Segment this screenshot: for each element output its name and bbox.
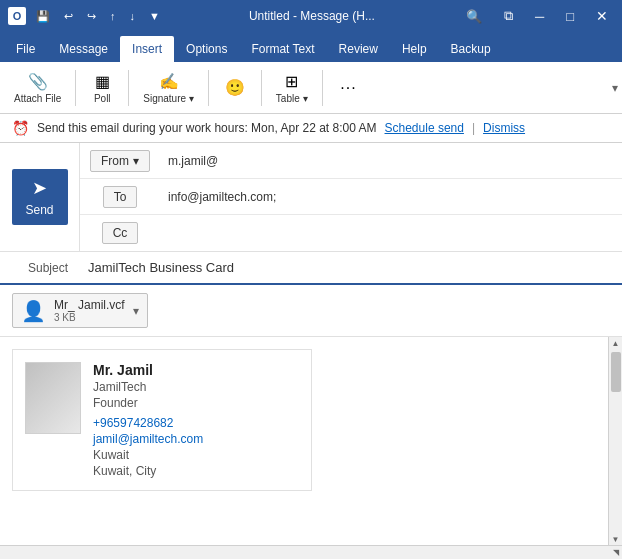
cc-button[interactable]: Cc bbox=[102, 222, 139, 244]
minimize-btn[interactable]: ─ bbox=[529, 7, 550, 26]
contact-company: JamilTech bbox=[93, 380, 203, 394]
contact-name: Mr. Jamil bbox=[93, 362, 203, 378]
app-icon: O bbox=[8, 7, 26, 25]
attachment-file-icon: 👤 bbox=[21, 299, 46, 323]
contact-avatar bbox=[25, 362, 81, 434]
scroll-down-arrow[interactable]: ▼ bbox=[610, 533, 622, 545]
title-bar-right: 🔍 ⧉ ─ □ ✕ bbox=[460, 6, 614, 26]
cc-value[interactable] bbox=[160, 229, 622, 237]
emoji-button[interactable]: 🙂 bbox=[217, 74, 253, 101]
from-button[interactable]: From ▾ bbox=[90, 150, 150, 172]
attachment-area: 👤 Mr_ Jamil.vcf 3 KB ▾ bbox=[0, 285, 622, 337]
to-row: To info@jamiltech.com; bbox=[80, 179, 622, 215]
notification-icon: ⏰ bbox=[12, 120, 29, 136]
cc-btn-container: Cc bbox=[80, 222, 160, 244]
ribbon-separator-4 bbox=[261, 70, 262, 106]
poll-label: Poll bbox=[94, 93, 111, 104]
ribbon-tab-bar: File Message Insert Options Format Text … bbox=[0, 32, 622, 62]
subject-label: Subject bbox=[0, 261, 80, 275]
from-value[interactable]: m.jamil@ bbox=[160, 150, 622, 172]
restore-down-btn[interactable]: ⧉ bbox=[498, 6, 519, 26]
contact-country: Kuwait bbox=[93, 448, 203, 462]
undo-qat-btn[interactable]: ↩ bbox=[60, 8, 77, 25]
tab-insert[interactable]: Insert bbox=[120, 36, 174, 62]
attachment-name: Mr_ Jamil.vcf bbox=[54, 298, 125, 312]
dismiss-link[interactable]: Dismiss bbox=[483, 121, 525, 135]
attach-file-button[interactable]: 📎 Attach File bbox=[8, 68, 67, 108]
cc-row: Cc bbox=[80, 215, 622, 251]
table-button[interactable]: ⊞ Table ▾ bbox=[270, 68, 314, 108]
to-label: To bbox=[114, 190, 127, 204]
attachment-size: 3 KB bbox=[54, 312, 125, 323]
to-value[interactable]: info@jamiltech.com; bbox=[160, 186, 622, 208]
ribbon-separator-5 bbox=[322, 70, 323, 106]
ribbon-separator-1 bbox=[75, 70, 76, 106]
more-icon: ··· bbox=[340, 79, 356, 97]
tab-options[interactable]: Options bbox=[174, 36, 239, 62]
to-btn-container: To bbox=[80, 186, 160, 208]
contact-title: Founder bbox=[93, 396, 203, 410]
header-section: ➤ Send From ▾ m.jamil@ bbox=[0, 143, 622, 252]
emoji-icon: 🙂 bbox=[225, 78, 245, 97]
tab-message[interactable]: Message bbox=[47, 36, 120, 62]
tab-format-text[interactable]: Format Text bbox=[239, 36, 326, 62]
up-qat-btn[interactable]: ↑ bbox=[106, 8, 120, 24]
send-button[interactable]: ➤ Send bbox=[12, 169, 68, 225]
tab-backup[interactable]: Backup bbox=[439, 36, 503, 62]
poll-button[interactable]: ▦ Poll bbox=[84, 68, 120, 108]
attach-file-label: Attach File bbox=[14, 93, 61, 104]
redo-qat-btn[interactable]: ↪ bbox=[83, 8, 100, 25]
scrollbar[interactable]: ▲ ▼ bbox=[608, 337, 622, 545]
scroll-thumb[interactable] bbox=[611, 352, 621, 392]
scroll-track bbox=[609, 349, 622, 533]
subject-value[interactable]: JamilTech Business Card bbox=[80, 256, 622, 279]
body-container: Mr. Jamil JamilTech Founder +96597428682… bbox=[0, 337, 622, 545]
signature-icon: ✍ bbox=[159, 72, 179, 91]
attachment-chip[interactable]: 👤 Mr_ Jamil.vcf 3 KB ▾ bbox=[12, 293, 148, 328]
compose-area: ➤ Send From ▾ m.jamil@ bbox=[0, 143, 622, 559]
subject-row: Subject JamilTech Business Card bbox=[0, 252, 622, 285]
down-qat-btn[interactable]: ↓ bbox=[126, 8, 140, 24]
email-body[interactable]: Mr. Jamil JamilTech Founder +96597428682… bbox=[0, 337, 608, 545]
scroll-corner: ◥ bbox=[610, 547, 622, 559]
close-btn[interactable]: ✕ bbox=[590, 6, 614, 26]
tab-help[interactable]: Help bbox=[390, 36, 439, 62]
maximize-btn[interactable]: □ bbox=[560, 7, 580, 26]
more-button[interactable]: ··· bbox=[331, 75, 367, 101]
table-icon: ⊞ bbox=[285, 72, 298, 91]
contact-card: Mr. Jamil JamilTech Founder +96597428682… bbox=[12, 349, 312, 491]
from-label: From bbox=[101, 154, 129, 168]
notification-text: Send this email during your work hours: … bbox=[37, 121, 377, 135]
search-titlebar-icon[interactable]: 🔍 bbox=[460, 7, 488, 26]
window-title: Untitled - Message (H... bbox=[164, 9, 460, 23]
signature-button[interactable]: ✍ Signature ▾ bbox=[137, 68, 200, 108]
scroll-up-arrow[interactable]: ▲ bbox=[610, 337, 622, 349]
table-label: Table ▾ bbox=[276, 93, 308, 104]
customize-qat-btn[interactable]: ▼ bbox=[145, 8, 164, 24]
attachment-dropdown-icon[interactable]: ▾ bbox=[133, 304, 139, 318]
horizontal-scrollbar[interactable]: ◥ bbox=[0, 545, 622, 559]
schedule-send-link[interactable]: Schedule send bbox=[385, 121, 464, 135]
send-column: ➤ Send bbox=[0, 143, 80, 251]
ribbon-separator-3 bbox=[208, 70, 209, 106]
notification-bar: ⏰ Send this email during your work hours… bbox=[0, 114, 622, 143]
from-btn-container: From ▾ bbox=[80, 150, 160, 172]
tab-review[interactable]: Review bbox=[327, 36, 390, 62]
poll-icon: ▦ bbox=[95, 72, 110, 91]
title-bar-left: O 💾 ↩ ↪ ↑ ↓ ▼ bbox=[8, 7, 164, 25]
to-button[interactable]: To bbox=[103, 186, 138, 208]
tab-file[interactable]: File bbox=[4, 36, 47, 62]
app-window: O 💾 ↩ ↪ ↑ ↓ ▼ Untitled - Message (H... 🔍… bbox=[0, 0, 622, 559]
notification-separator: | bbox=[472, 121, 475, 135]
contact-email[interactable]: jamil@jamiltech.com bbox=[93, 432, 203, 446]
ribbon-separator-2 bbox=[128, 70, 129, 106]
attachment-info: Mr_ Jamil.vcf 3 KB bbox=[54, 298, 125, 323]
title-bar: O 💾 ↩ ↪ ↑ ↓ ▼ Untitled - Message (H... 🔍… bbox=[0, 0, 622, 32]
contact-phone[interactable]: +96597428682 bbox=[93, 416, 203, 430]
contact-info: Mr. Jamil JamilTech Founder +96597428682… bbox=[93, 362, 203, 478]
ribbon-collapse-btn[interactable]: ▾ bbox=[612, 81, 618, 95]
save-qat-btn[interactable]: 💾 bbox=[32, 8, 54, 25]
attach-file-icon: 📎 bbox=[28, 72, 48, 91]
ribbon-toolbar: 📎 Attach File ▦ Poll ✍ Signature ▾ 🙂 ⊞ T… bbox=[0, 62, 622, 114]
cc-label: Cc bbox=[113, 226, 128, 240]
